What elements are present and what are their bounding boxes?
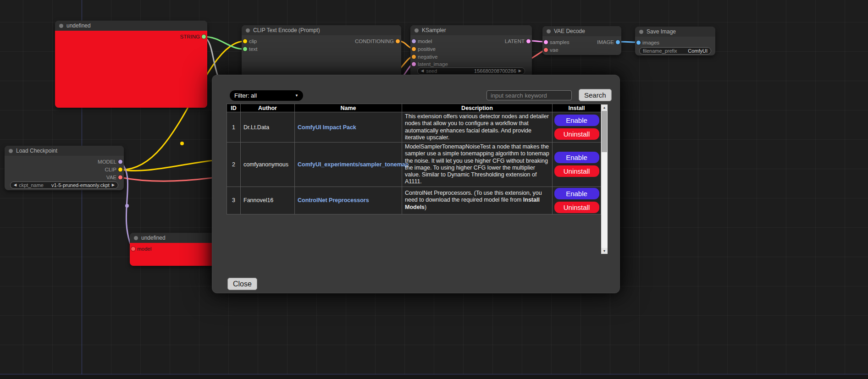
increment-arrow-icon[interactable]: ▶ xyxy=(519,69,521,73)
widget-value: v1-5-pruned-emaonly.ckpt xyxy=(51,182,110,188)
collapse-dot-icon[interactable] xyxy=(547,29,551,33)
input-dot-negative[interactable] xyxy=(412,55,416,59)
extension-name-link[interactable]: ControlNet Preprocessors xyxy=(298,197,369,203)
input-slot-negative[interactable]: negative xyxy=(410,53,532,60)
output-dot-model[interactable] xyxy=(118,160,122,164)
collapse-dot-icon[interactable] xyxy=(415,28,419,33)
input-slot-images[interactable]: images xyxy=(635,39,715,46)
node-load-checkpoint[interactable]: Load Checkpoint MODEL CLIP VAE ◀ ckpt_na… xyxy=(5,146,124,190)
output-dot-image[interactable] xyxy=(616,40,620,44)
extension-description: ModelSamplerTonemapNoiseTest a node that… xyxy=(402,143,553,187)
node-header[interactable]: VAE Decode xyxy=(542,26,621,36)
output-slot-latent[interactable]: LATENT xyxy=(410,38,532,45)
input-dot-text[interactable] xyxy=(243,47,247,51)
increment-arrow-icon[interactable]: ▶ xyxy=(112,183,115,187)
extension-id: 3 xyxy=(227,187,241,214)
uninstall-button[interactable]: Uninstall xyxy=(554,128,599,140)
scrollbar-thumb[interactable] xyxy=(602,111,607,152)
output-slot-conditioning[interactable]: CONDITIONING xyxy=(242,38,401,45)
decrement-arrow-icon[interactable]: ◀ xyxy=(14,183,17,187)
node-title: KSampler xyxy=(422,27,446,33)
output-dot-vae[interactable] xyxy=(118,176,122,180)
node-undefined-model[interactable]: undefined model xyxy=(130,233,215,266)
node-title: Load Checkpoint xyxy=(16,148,57,154)
node-graph-canvas[interactable]: undefined STRING CLIP Text Encode (Promp… xyxy=(0,0,868,379)
extension-id: 1 xyxy=(227,112,241,143)
node-header[interactable]: Load Checkpoint xyxy=(5,146,124,156)
search-button[interactable]: Search xyxy=(579,89,612,101)
input-slot-positive[interactable]: positive xyxy=(410,45,532,53)
output-dot-clip[interactable] xyxy=(118,168,122,172)
search-input[interactable] xyxy=(487,90,572,100)
column-header-install: Install xyxy=(553,104,601,112)
node-ksampler[interactable]: KSampler model positive negative latent_… xyxy=(410,25,532,79)
output-dot-conditioning[interactable] xyxy=(396,39,400,44)
table-header-row: ID Author Name Description Install xyxy=(227,104,601,112)
uninstall-button[interactable]: Uninstall xyxy=(554,165,599,177)
output-slot-vae[interactable]: VAE xyxy=(5,174,124,181)
decrement-arrow-icon[interactable]: ◀ xyxy=(421,69,424,73)
enable-button[interactable]: Enable xyxy=(554,152,599,163)
extension-description: ControlNet Preprocessors. (To use this e… xyxy=(402,187,553,214)
node-header[interactable]: Save Image xyxy=(635,27,715,37)
node-title: VAE Decode xyxy=(554,28,585,34)
output-slot-label: STRING xyxy=(180,34,200,39)
column-header-name: Name xyxy=(295,104,402,112)
chevron-down-icon: ▼ xyxy=(295,93,299,98)
scroll-up-icon[interactable]: ▲ xyxy=(601,104,608,110)
node-vae-decode[interactable]: VAE Decode samples vae IMAGE xyxy=(542,26,621,55)
input-slot-vae[interactable]: vae xyxy=(542,46,621,54)
extension-id: 2 xyxy=(227,143,241,187)
collapse-dot-icon[interactable] xyxy=(9,149,13,153)
collapse-dot-icon[interactable] xyxy=(134,236,138,240)
output-slot-image[interactable]: IMAGE xyxy=(542,38,621,46)
extension-name-link[interactable]: ComfyUI_experiments/sampler_tonemap xyxy=(298,161,409,168)
enable-button[interactable]: Enable xyxy=(554,115,599,126)
input-dot-model[interactable] xyxy=(131,247,135,251)
extension-manager-dialog: Filter: all ▼ Search ID Author Name Desc… xyxy=(212,75,620,293)
scroll-down-icon[interactable]: ▼ xyxy=(601,248,608,254)
seed-widget[interactable]: ◀ seed 156680208700286 ▶ xyxy=(417,67,525,75)
input-dot-latent-image[interactable] xyxy=(412,62,416,66)
filter-select[interactable]: Filter: all ▼ xyxy=(230,90,303,101)
node-undefined-string[interactable]: undefined STRING xyxy=(55,21,207,108)
extension-author: Dr.Lt.Data xyxy=(241,112,295,143)
output-slot-string[interactable]: STRING xyxy=(55,33,207,40)
output-slot-label: LATENT xyxy=(505,38,525,44)
input-slot-latent-image[interactable]: latent_image xyxy=(410,60,532,68)
ckpt-name-widget[interactable]: ◀ ckpt_name v1-5-pruned-emaonly.ckpt ▶ xyxy=(10,181,118,189)
output-slot-label: VAE xyxy=(106,175,116,180)
node-save-image[interactable]: Save Image images filename_prefix ComfyU… xyxy=(635,27,715,55)
input-dot-vae[interactable] xyxy=(544,48,548,52)
collapse-dot-icon[interactable] xyxy=(59,24,63,28)
input-dot-positive[interactable] xyxy=(412,47,416,51)
enable-button[interactable]: Enable xyxy=(554,188,599,199)
node-header[interactable]: KSampler xyxy=(410,25,532,35)
input-slot-label: positive xyxy=(418,46,436,52)
collapse-dot-icon[interactable] xyxy=(246,28,250,33)
filename-prefix-widget[interactable]: filename_prefix ComfyUI xyxy=(639,47,711,55)
node-body-error: model xyxy=(130,243,215,266)
widget-value: 156680208700286 xyxy=(474,68,516,74)
input-slot-label: latent_image xyxy=(418,61,448,67)
extension-name-link[interactable]: ComfyUI Impact Pack xyxy=(298,124,356,131)
extension-description: This extension offers various detector n… xyxy=(402,112,553,143)
output-dot-latent[interactable] xyxy=(526,39,531,44)
input-slot-model[interactable]: model xyxy=(130,245,215,253)
uninstall-button[interactable]: Uninstall xyxy=(554,202,599,213)
node-header[interactable]: undefined xyxy=(130,233,215,243)
close-button[interactable]: Close xyxy=(227,278,257,290)
input-slot-text[interactable]: text xyxy=(242,45,401,53)
extension-table: ID Author Name Description Install 1 Dr.… xyxy=(227,104,601,214)
output-slot-clip[interactable]: CLIP xyxy=(5,166,124,173)
column-header-id: ID xyxy=(227,104,241,112)
table-scrollbar[interactable]: ▲ ▼ xyxy=(601,104,608,254)
filter-selected-value: Filter: all xyxy=(234,92,257,99)
collapse-dot-icon[interactable] xyxy=(639,30,643,34)
node-header[interactable]: undefined xyxy=(55,21,207,31)
output-dot-string[interactable] xyxy=(202,35,206,39)
table-row: 3 Fannovel16 ControlNet Preprocessors Co… xyxy=(227,187,601,214)
node-header[interactable]: CLIP Text Encode (Prompt) xyxy=(242,25,401,35)
output-slot-model[interactable]: MODEL xyxy=(5,158,124,165)
input-dot-images[interactable] xyxy=(636,41,641,45)
